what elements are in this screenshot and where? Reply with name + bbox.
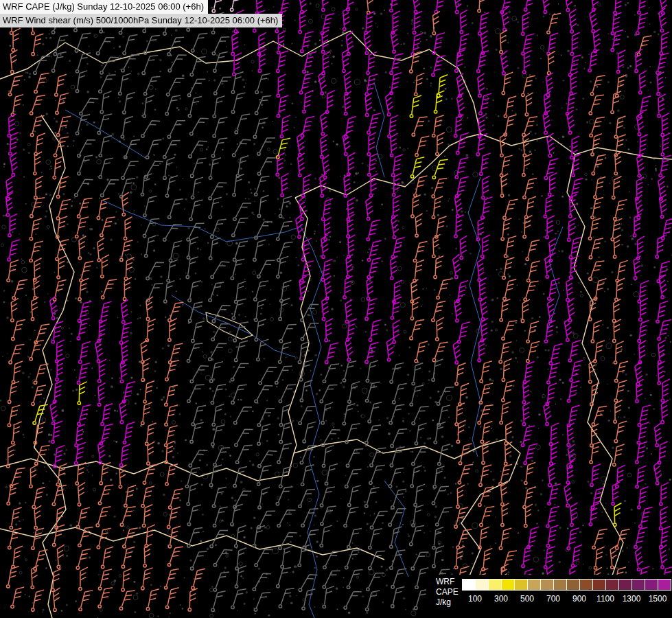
legend-tick-label: 100 bbox=[462, 594, 488, 604]
legend-title-line: J/kg bbox=[436, 597, 459, 608]
legend-swatch bbox=[605, 580, 618, 590]
legend-swatch bbox=[463, 580, 475, 590]
legend-swatch bbox=[618, 580, 632, 590]
map-canvas bbox=[0, 0, 672, 618]
legend-swatch bbox=[527, 580, 540, 590]
legend-tick-labels: 100300500700900110013001500 bbox=[462, 594, 671, 604]
legend-title: WRF CAPE J/kg bbox=[436, 577, 459, 608]
legend-swatch bbox=[579, 580, 592, 590]
legend-tick-label: 900 bbox=[566, 594, 592, 604]
cape-legend: WRF CAPE J/kg 10030050070090011001300150… bbox=[426, 575, 672, 618]
legend-swatch bbox=[566, 580, 579, 590]
title-bar: WRF CAPE (J/kg) Sunday 12-10-2025 06:00 … bbox=[0, 0, 282, 27]
legend-swatch bbox=[658, 580, 671, 590]
map-title-windshear: WRF Wind shear (m/s) 500/1000hPa Sunday … bbox=[0, 14, 282, 27]
legend-swatch bbox=[475, 580, 488, 590]
legend-swatch bbox=[488, 580, 501, 590]
legend-swatch bbox=[632, 580, 645, 590]
legend-tick-label: 700 bbox=[540, 594, 566, 604]
legend-tick-label: 300 bbox=[488, 594, 514, 604]
legend-swatch bbox=[514, 580, 527, 590]
legend-swatch bbox=[553, 580, 566, 590]
legend-swatch bbox=[592, 580, 605, 590]
legend-swatch bbox=[501, 580, 514, 590]
legend-title-line: WRF bbox=[436, 577, 459, 587]
legend-color-scale bbox=[462, 579, 671, 591]
legend-tick-label: 1500 bbox=[645, 594, 671, 604]
legend-swatch bbox=[540, 580, 553, 590]
legend-swatch bbox=[645, 580, 658, 590]
legend-tick-label: 500 bbox=[514, 594, 540, 604]
legend-tick-label: 1100 bbox=[592, 594, 618, 604]
map-title-cape: WRF CAPE (J/kg) Sunday 12-10-2025 06:00 … bbox=[0, 0, 208, 14]
legend-title-line: CAPE bbox=[436, 587, 459, 597]
weather-map: WRF CAPE (J/kg) Sunday 12-10-2025 06:00 … bbox=[0, 0, 672, 618]
legend-tick-label: 1300 bbox=[618, 594, 645, 604]
